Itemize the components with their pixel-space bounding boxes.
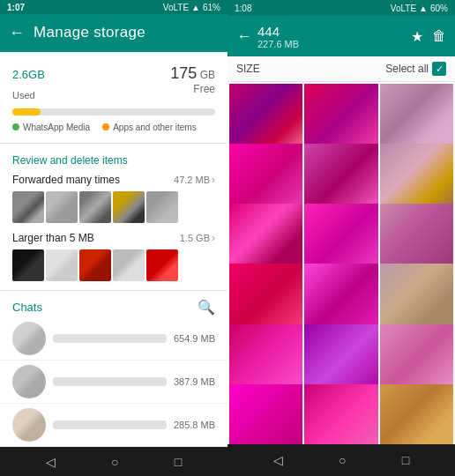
grid-cell-16[interactable] xyxy=(229,384,302,444)
nav-back-right[interactable]: ◁ xyxy=(273,453,283,467)
nav-home-left[interactable]: ○ xyxy=(111,455,118,469)
select-all-label: Select all xyxy=(385,63,429,75)
page-title: Manage storage xyxy=(34,24,145,41)
contact-info: 444 227.6 MB xyxy=(257,24,406,49)
nav-back-left[interactable]: ◁ xyxy=(46,455,56,469)
signal-icon-right: VoLTE xyxy=(391,4,416,13)
thumb-large-3 xyxy=(79,249,111,281)
nav-home-right[interactable]: ○ xyxy=(339,453,346,467)
grid-cell-17[interactable] xyxy=(304,384,377,444)
time-right: 1:08 xyxy=(235,4,251,13)
time-left: 1:07 xyxy=(7,3,25,12)
chat-row-2[interactable]: 387.9 MB xyxy=(0,361,228,404)
thumb-2 xyxy=(46,191,78,223)
status-icons-left: VoLTE ▲ 61% xyxy=(163,3,220,12)
chat-size-1: 654.9 MB xyxy=(174,333,215,344)
avatar-2 xyxy=(12,365,46,398)
top-bar-left: ← Manage storage xyxy=(0,14,228,51)
back-button-right[interactable]: ← xyxy=(236,27,252,46)
top-bar-right: ← 444 227.6 MB ★ 🗑 xyxy=(228,16,455,56)
signal-icon: VoLTE xyxy=(163,3,189,12)
battery-icon: 61% xyxy=(203,3,220,12)
thumb-1 xyxy=(12,191,44,223)
star-icon[interactable]: ★ xyxy=(411,28,423,45)
thumbnails-forwarded xyxy=(0,188,228,228)
chevron-icon-2: › xyxy=(212,232,215,244)
storage-legend: WhatsApp Media Apps and other items xyxy=(12,123,215,132)
search-icon[interactable]: 🔍 xyxy=(198,299,215,316)
divider-2 xyxy=(0,290,228,291)
select-all-checkbox[interactable]: ✓ xyxy=(432,62,446,76)
chat-size-3: 285.8 MB xyxy=(174,420,215,430)
used-storage: 2.6GB Used xyxy=(12,63,45,103)
trash-icon[interactable]: 🗑 xyxy=(432,28,446,44)
thumb-4 xyxy=(113,191,145,223)
thumbnails-large xyxy=(0,246,228,286)
avatar-3 xyxy=(12,408,46,442)
storage-progress-fill xyxy=(12,108,41,115)
thumb-large-4 xyxy=(113,249,145,281)
status-bar-right: 1:08 VoLTE ▲ 60% xyxy=(228,0,455,16)
chats-section-header: Chats 🔍 xyxy=(0,294,228,317)
select-all-area[interactable]: Select all ✓ xyxy=(385,62,446,76)
review-item-forwarded[interactable]: Forwarded many times 47.2 MB › xyxy=(0,170,228,188)
legend-whatsapp: WhatsApp Media xyxy=(12,123,90,132)
contact-size: 227.6 MB xyxy=(257,39,406,49)
thumb-large-5 xyxy=(146,249,178,281)
status-bar-left: 1:07 VoLTE ▲ 61% xyxy=(0,0,228,14)
thumb-3 xyxy=(79,191,111,223)
review-item-large[interactable]: Larger than 5 MB 1.5 GB › xyxy=(0,228,228,246)
chat-size-2: 387.9 MB xyxy=(174,376,215,387)
battery-icon-right: 60% xyxy=(430,4,448,13)
nav-recent-right[interactable]: □ xyxy=(402,453,409,467)
chat-name-placeholder-2 xyxy=(53,377,167,386)
thumb-large-1 xyxy=(12,249,44,281)
chat-row-3[interactable]: 285.8 MB xyxy=(0,404,228,447)
chats-label: Chats xyxy=(12,301,42,314)
wifi-icon-right: ▲ xyxy=(419,4,428,13)
back-button-left[interactable]: ← xyxy=(9,24,25,42)
storage-progress-bar xyxy=(12,108,215,115)
chat-row-1[interactable]: 654.9 MB xyxy=(0,317,228,361)
free-storage: 175 GB Free xyxy=(170,64,215,95)
chat-name-placeholder-3 xyxy=(53,420,167,429)
nav-bar-right: ◁ ○ □ xyxy=(228,444,455,476)
contact-name: 444 xyxy=(257,24,406,39)
top-bar-icons: ★ 🗑 xyxy=(411,28,446,45)
thumb-large-2 xyxy=(46,249,78,281)
dot-orange xyxy=(102,123,109,130)
review-section-title: Review and delete items xyxy=(0,147,228,170)
chevron-icon-1: › xyxy=(212,174,215,186)
size-label: SIZE xyxy=(236,63,260,75)
grid-cell-18[interactable] xyxy=(380,384,453,444)
divider-1 xyxy=(0,143,228,144)
thumb-5 xyxy=(146,191,178,223)
nav-recent-left[interactable]: □ xyxy=(175,455,182,469)
dot-green xyxy=(12,123,19,130)
right-panel: 1:08 VoLTE ▲ 60% ← 444 227.6 MB ★ 🗑 SIZE… xyxy=(228,0,455,476)
status-icons-right: VoLTE ▲ 60% xyxy=(391,4,448,13)
size-bar: SIZE Select all ✓ xyxy=(228,56,455,82)
storage-numbers: 2.6GB Used 175 GB Free xyxy=(12,63,215,103)
left-panel: 1:07 VoLTE ▲ 61% ← Manage storage 2.6GB … xyxy=(0,0,228,476)
avatar-1 xyxy=(12,322,46,355)
wifi-icon: ▲ xyxy=(191,3,200,12)
nav-bar-left: ◁ ○ □ xyxy=(0,447,228,476)
storage-info: 2.6GB Used 175 GB Free WhatsApp Media Ap… xyxy=(0,52,228,139)
legend-apps: Apps and other items xyxy=(102,123,197,132)
chat-name-placeholder-1 xyxy=(53,334,167,343)
image-grid xyxy=(228,82,455,444)
